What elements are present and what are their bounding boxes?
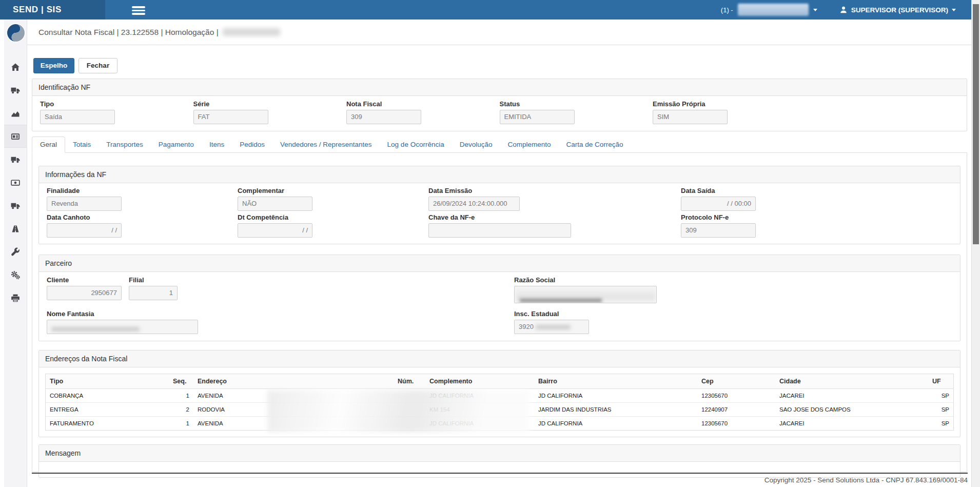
tab-pedidos[interactable]: Pedidos bbox=[232, 137, 272, 152]
mensagem-body bbox=[39, 462, 960, 477]
identificacao-panel: Identificação NF Tipo Saída Série FAT No… bbox=[32, 79, 967, 131]
tab-vendedores-representantes[interactable]: Vendedores / Representantes bbox=[272, 137, 380, 152]
sidebar-item-home[interactable] bbox=[4, 55, 27, 79]
sidebar-item-reports[interactable] bbox=[4, 102, 27, 125]
menu-toggle-icon[interactable] bbox=[132, 6, 145, 16]
parceiro-title: Parceiro bbox=[39, 255, 960, 272]
status-label: Status bbox=[500, 100, 653, 108]
tab-itens[interactable]: Itens bbox=[202, 137, 232, 152]
field-nota-fiscal: Nota Fiscal 309 bbox=[346, 100, 500, 124]
cogs-icon bbox=[11, 270, 20, 280]
protocolo-nfe-label: Protocolo NF-e bbox=[681, 213, 952, 221]
col-seq: Seq. bbox=[169, 374, 193, 389]
field-data-saida: Data Saída / / 00:00 bbox=[681, 187, 952, 211]
insc-estadual-input[interactable]: 3920 bbox=[514, 320, 589, 334]
tab-transportes[interactable]: Transportes bbox=[99, 137, 151, 152]
sidebar bbox=[4, 20, 27, 487]
user-menu[interactable]: SUPERVISOR (SUPERVISOR) bbox=[839, 6, 956, 14]
truck-icon bbox=[11, 201, 20, 210]
enderecos-title: Endereços da Nota Fiscal bbox=[39, 350, 960, 367]
page-header: Consultar Nota Fiscal | 23.122558 | Homo… bbox=[27, 20, 971, 45]
tab-geral[interactable]: Geral bbox=[32, 137, 65, 153]
cliente-label: Cliente bbox=[47, 276, 122, 284]
footer-divider bbox=[32, 473, 968, 474]
field-status: Status EMITIDA bbox=[500, 100, 653, 124]
money-bill-icon bbox=[11, 178, 20, 187]
sidebar-item-truck-3[interactable] bbox=[4, 194, 27, 217]
tab-totais[interactable]: Totais bbox=[65, 137, 99, 152]
chevron-down-icon[interactable] bbox=[813, 9, 817, 11]
col-complemento: Complemento bbox=[425, 374, 534, 389]
field-emissao-propria: Emissão Própria SIM bbox=[653, 100, 806, 124]
serie-input[interactable]: FAT bbox=[193, 110, 268, 124]
tab-complemento[interactable]: Complemento bbox=[500, 137, 558, 152]
nome-fantasia-label: Nome Fantasia bbox=[47, 310, 198, 318]
filial-label: Filial bbox=[129, 276, 178, 284]
company-prefix: (1) - bbox=[721, 6, 733, 14]
dt-competencia-input[interactable]: / / bbox=[238, 223, 312, 238]
cliente-input[interactable]: 2950677 bbox=[47, 286, 122, 300]
sidebar-item-impressao[interactable] bbox=[4, 286, 27, 309]
sidebar-item-nota-fiscal[interactable] bbox=[4, 125, 27, 148]
enderecos-panel: Endereços da Nota Fiscal Tipo Seq. Ender… bbox=[38, 350, 961, 437]
data-saida-label: Data Saída bbox=[681, 187, 952, 194]
sidebar-item-truck-2[interactable] bbox=[4, 148, 27, 171]
tipo-input[interactable]: Saída bbox=[40, 110, 115, 124]
field-data-canhoto: Data Canhoto / / bbox=[47, 213, 238, 238]
field-complementar: Complementar NÃO bbox=[238, 187, 428, 211]
complementar-input[interactable]: NÃO bbox=[238, 197, 312, 211]
filial-input[interactable]: 1 bbox=[129, 286, 178, 300]
tab-devolucao[interactable]: Devolução bbox=[452, 137, 500, 152]
nota-fiscal-label: Nota Fiscal bbox=[346, 100, 500, 108]
redacted-insc-estadual bbox=[536, 325, 571, 329]
field-insc-estadual: Insc. Estadual 3920 bbox=[514, 310, 589, 334]
espelho-button[interactable]: Espelho bbox=[33, 58, 74, 73]
field-serie: Série FAT bbox=[193, 100, 347, 124]
fechar-button[interactable]: Fechar bbox=[79, 58, 117, 73]
page-title: Consultar Nota Fiscal | 23.122558 | Homo… bbox=[38, 20, 280, 45]
chave-nfe-input[interactable] bbox=[428, 223, 571, 238]
chevron-down-icon bbox=[952, 9, 956, 11]
data-saida-input[interactable]: / / 00:00 bbox=[681, 197, 756, 211]
tab-carta-de-correcao[interactable]: Carta de Correção bbox=[559, 137, 631, 152]
redacted-company-name bbox=[223, 28, 280, 36]
field-nome-fantasia: Nome Fantasia bbox=[47, 310, 198, 334]
protocolo-nfe-input[interactable]: 309 bbox=[681, 223, 756, 238]
sidebar-item-configuracoes[interactable] bbox=[4, 263, 27, 286]
razao-social-input[interactable] bbox=[514, 286, 657, 303]
sidebar-item-truck-1[interactable] bbox=[4, 79, 27, 102]
home-icon bbox=[11, 63, 20, 72]
data-canhoto-input[interactable]: / / bbox=[47, 223, 122, 238]
send-logo-icon bbox=[6, 23, 26, 43]
nota-fiscal-input[interactable]: 309 bbox=[346, 110, 421, 124]
field-tipo: Tipo Saída bbox=[40, 100, 193, 124]
complementar-label: Complementar bbox=[238, 187, 428, 194]
identificacao-title: Identificação NF bbox=[32, 79, 967, 96]
emissao-propria-label: Emissão Própria bbox=[653, 100, 806, 108]
tab-pagamento[interactable]: Pagamento bbox=[151, 137, 202, 152]
user-name: SUPERVISOR (SUPERVISOR) bbox=[851, 6, 948, 14]
data-emissao-input[interactable]: 26/09/2024 10:24:00.000 bbox=[428, 197, 520, 211]
app-brand: SEND | SIS bbox=[0, 0, 105, 20]
scrollbar-thumb[interactable] bbox=[973, 4, 979, 244]
sidebar-item-ferramentas[interactable] bbox=[4, 240, 27, 263]
newspaper-icon bbox=[11, 132, 20, 141]
serie-label: Série bbox=[193, 100, 347, 108]
sidebar-item-financeiro[interactable] bbox=[4, 171, 27, 194]
nome-fantasia-input[interactable] bbox=[47, 320, 198, 334]
print-icon bbox=[11, 294, 20, 303]
app-logo[interactable] bbox=[4, 20, 27, 46]
col-tipo: Tipo bbox=[46, 374, 169, 389]
field-razao-social: Razão Social bbox=[514, 276, 657, 303]
finalidade-input[interactable]: Revenda bbox=[47, 197, 122, 211]
sidebar-item-viagens[interactable] bbox=[4, 217, 27, 240]
vertical-scrollbar[interactable] bbox=[971, 0, 980, 487]
emissao-propria-input[interactable]: SIM bbox=[653, 110, 728, 124]
company-selector-redacted[interactable] bbox=[738, 4, 809, 16]
tab-log-de-ocorrencia[interactable]: Log de Ocorrência bbox=[380, 137, 452, 152]
field-filial: Filial 1 bbox=[129, 276, 178, 300]
status-input[interactable]: EMITIDA bbox=[500, 110, 575, 124]
col-num: Núm. bbox=[394, 374, 425, 389]
field-chave-nfe: Chave da NF-e bbox=[428, 213, 681, 238]
col-cidade: Cidade bbox=[775, 374, 928, 389]
